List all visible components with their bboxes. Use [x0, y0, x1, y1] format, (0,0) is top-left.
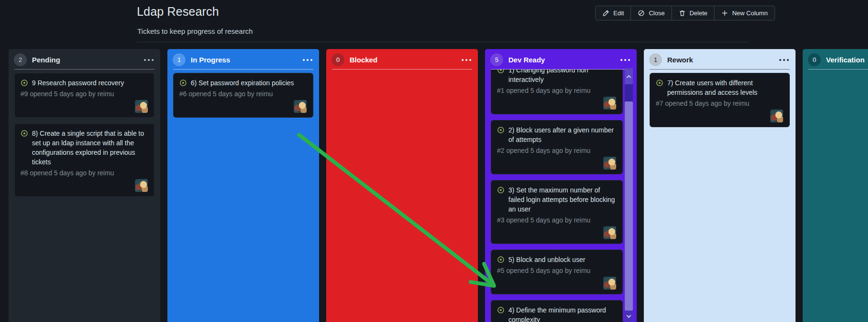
- issue-meta: #5 opened 5 days ago by reimu: [497, 266, 617, 275]
- issue-meta: #7 opened 5 days ago by reimu: [656, 99, 784, 108]
- card-list: [803, 70, 868, 79]
- column-menu-button[interactable]: [778, 57, 790, 63]
- card-list: 9 Research password recovery #9 opened 5…: [9, 70, 160, 202]
- scrollbar-track[interactable]: [625, 84, 633, 311]
- issue-card[interactable]: 1) Changing password non interactively #…: [491, 70, 623, 114]
- card-count-badge: 1: [173, 53, 186, 66]
- issue-title: 1) Changing password non interactively: [508, 70, 617, 84]
- column-menu-button[interactable]: [143, 57, 155, 63]
- issue-card[interactable]: 5) Block and unblock user #5 opened 5 da…: [491, 250, 623, 294]
- issue-meta: #6 opened 5 days ago by reimu: [179, 90, 307, 99]
- chevron-up-icon: [627, 75, 631, 80]
- column-header: 0 Blocked: [326, 51, 478, 69]
- pencil-icon: [602, 10, 610, 17]
- column-menu-button[interactable]: [302, 57, 313, 63]
- avatar[interactable]: [135, 179, 148, 192]
- issue-card[interactable]: 7) Create users with different permissio…: [650, 73, 790, 127]
- avatar[interactable]: [135, 100, 148, 113]
- scrollbar-thumb[interactable]: [625, 101, 633, 311]
- column-title: Rework: [667, 56, 773, 64]
- page-subtitle: Tickets to keep progress of research: [137, 27, 253, 35]
- new-column-button-label: New Column: [732, 10, 767, 17]
- issue-title: 2) Block users after a given number of a…: [508, 125, 617, 144]
- column-header: 1 In Progress: [167, 51, 319, 69]
- column-dev-ready: 5 Dev Ready 1) Changing password non int…: [485, 49, 637, 322]
- issue-open-icon: [21, 130, 28, 137]
- column-menu-button[interactable]: [461, 57, 472, 63]
- issue-card[interactable]: 2) Block users after a given number of a…: [491, 120, 623, 174]
- column-rework: 1 Rework 7) Create users with different …: [644, 49, 796, 322]
- issue-card[interactable]: 8) Create a single script that is able t…: [14, 123, 155, 197]
- card-list: 1) Changing password non interactively #…: [485, 70, 637, 322]
- column-pending: 2 Pending 9 Research password recovery #…: [9, 49, 160, 322]
- column-title: Pending: [32, 56, 138, 64]
- avatar[interactable]: [603, 97, 616, 110]
- column-header: 0 Verification: [803, 51, 868, 69]
- edit-button-label: Edit: [613, 10, 624, 17]
- card-count-badge: 2: [14, 53, 27, 66]
- issue-open-icon: [21, 79, 28, 87]
- delete-button-label: Delete: [690, 10, 708, 17]
- header-divider: [137, 42, 748, 42]
- issue-open-icon: [497, 306, 505, 314]
- issue-title: 8) Create a single script that is able t…: [32, 129, 148, 167]
- close-button[interactable]: Close: [630, 6, 671, 20]
- issue-open-icon: [497, 256, 505, 263]
- issue-title: 7) Create users with different permissio…: [667, 78, 784, 97]
- column-title: Dev Ready: [508, 56, 614, 64]
- issue-open-icon: [497, 126, 505, 134]
- issue-open-icon: [497, 70, 505, 74]
- issue-card[interactable]: 9 Research password recovery #9 opened 5…: [14, 73, 155, 118]
- card-list: 7) Create users with different permissio…: [644, 70, 796, 133]
- column-title: Verification: [826, 56, 868, 64]
- issue-meta: #9 opened 5 days ago by reimu: [21, 90, 148, 99]
- kanban-board: 2 Pending 9 Research password recovery #…: [0, 49, 868, 322]
- page-title: Ldap Research: [137, 5, 219, 19]
- column-blocked: 0 Blocked: [326, 49, 478, 322]
- card-count-badge: 1: [649, 53, 662, 66]
- scroll-down-button[interactable]: [625, 311, 633, 322]
- column-menu-button[interactable]: [620, 57, 631, 63]
- plus-icon: [721, 10, 728, 17]
- card-count-badge: 0: [808, 53, 821, 66]
- new-column-button[interactable]: New Column: [714, 6, 774, 20]
- card-list: 6) Set password expiration policies #6 o…: [167, 70, 319, 123]
- avatar[interactable]: [603, 277, 616, 290]
- column-header: 5 Dev Ready: [485, 51, 637, 69]
- project-actions: Edit Close Delete New Column: [595, 6, 775, 20]
- column-title: Blocked: [350, 56, 455, 64]
- issue-meta: #2 opened 5 days ago by reimu: [497, 146, 617, 155]
- issue-open-icon: [656, 79, 663, 87]
- card-count-badge: 5: [490, 53, 503, 66]
- column-header: 2 Pending: [9, 51, 160, 69]
- column-verification: 0 Verification: [803, 49, 868, 322]
- issue-card[interactable]: 6) Set password expiration policies #6 o…: [173, 73, 313, 118]
- card-count-badge: 0: [331, 53, 344, 66]
- column-header: 1 Rework: [644, 51, 796, 69]
- issue-card[interactable]: 3) Set the maximum number of failed logi…: [491, 180, 623, 244]
- issue-open-icon: [179, 79, 187, 87]
- issue-open-icon: [497, 186, 505, 194]
- avatar[interactable]: [294, 100, 307, 113]
- avatar[interactable]: [603, 226, 616, 239]
- issue-title: 9 Research password recovery: [32, 78, 124, 88]
- issue-card[interactable]: 4) Define the minimum password complexit…: [491, 300, 623, 322]
- edit-button[interactable]: Edit: [596, 6, 630, 20]
- issue-title: 3) Set the maximum number of failed logi…: [508, 185, 617, 214]
- column-scrollbar[interactable]: [625, 68, 633, 322]
- close-button-label: Close: [649, 10, 664, 17]
- trash-icon: [679, 10, 686, 17]
- column-in-progress: 1 In Progress 6) Set password expiration…: [167, 49, 319, 322]
- column-title: In Progress: [191, 56, 297, 64]
- issue-meta: #8 opened 5 days ago by reimu: [21, 169, 148, 178]
- delete-button[interactable]: Delete: [672, 6, 714, 20]
- avatar[interactable]: [603, 157, 616, 170]
- issue-meta: #1 opened 5 days ago by reimu: [497, 86, 617, 95]
- avatar[interactable]: [770, 110, 783, 122]
- scroll-up-button[interactable]: [625, 68, 633, 84]
- card-list: [326, 70, 478, 79]
- chevron-down-icon: [627, 313, 631, 318]
- issue-meta: #3 opened 5 days ago by reimu: [497, 216, 617, 225]
- issue-title: 4) Define the minimum password complexit…: [508, 305, 617, 322]
- issue-title: 6) Set password expiration policies: [191, 78, 294, 88]
